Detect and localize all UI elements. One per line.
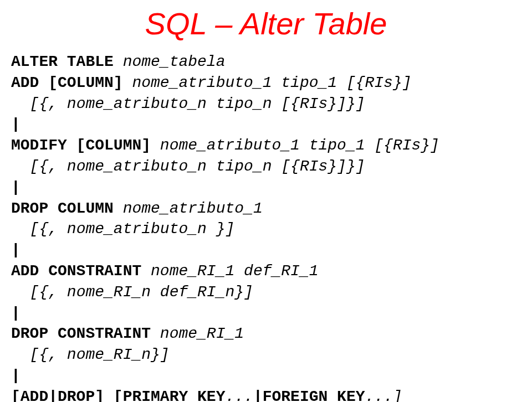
code-line: MODIFY [COLUMN] nome_atributo_1 tipo_1 [… [11, 135, 521, 156]
code-line: | [11, 303, 521, 324]
argument-segment: nome_atributo_1 tipo_1 [{RIs}] [132, 74, 411, 91]
code-line: [{, nome_RI_n def_RI_n}] [11, 282, 521, 303]
argument-segment: nome_atributo_n tipo_n [{RIs}] [67, 95, 346, 112]
argument-segment: nome_RI_1 def_RI_1 [151, 262, 318, 280]
argument-segment: }] [346, 158, 365, 175]
keyword-segment: | [11, 179, 21, 196]
argument-segment: }] [346, 95, 365, 112]
keyword-segment: | [11, 241, 21, 259]
argument-segment: [{, [11, 284, 67, 301]
argument-segment: nome_atributo_1 tipo_1 [{RIs}] [160, 137, 439, 154]
keyword-segment: | [11, 116, 21, 133]
keyword-segment: DROP COLUMN [11, 200, 123, 217]
argument-segment: nome_RI_1 [160, 325, 244, 342]
code-line: DROP CONSTRAINT nome_RI_1 [11, 323, 521, 344]
keyword-segment: DROP CONSTRAINT [11, 325, 160, 342]
code-line: | [11, 114, 521, 135]
code-line: DROP COLUMN nome_atributo_1 [11, 198, 521, 219]
argument-segment: [{, [11, 158, 67, 175]
code-line: ADD [COLUMN] nome_atributo_1 tipo_1 [{RI… [11, 73, 521, 94]
code-line: [{, nome_atributo_n tipo_n [{RIs}]}] [11, 156, 521, 177]
argument-segment: }] [151, 346, 170, 363]
keyword-segment: MODIFY [COLUMN] [11, 137, 160, 154]
code-line: [{, nome_atributo_n tipo_n [{RIs}]}] [11, 94, 521, 115]
argument-segment: ... [225, 388, 253, 402]
argument-segment: [{, [11, 95, 67, 112]
code-line: | [11, 365, 521, 386]
keyword-segment: ALTER TABLE [11, 53, 123, 70]
sql-syntax-block: ALTER TABLE nome_tabelaADD [COLUMN] nome… [11, 51, 521, 402]
code-line: ALTER TABLE nome_tabela [11, 51, 521, 73]
keyword-segment: ADD CONSTRAINT [11, 262, 151, 280]
argument-segment: }] [216, 220, 235, 238]
code-line: [ADD|DROP] [PRIMARY KEY...|FOREIGN KEY..… [11, 386, 521, 402]
code-line: | [11, 177, 521, 198]
keyword-segment: |FOREIGN KEY [253, 388, 365, 402]
code-line: | [11, 240, 521, 261]
slide-title: SQL – Alter Table [11, 6, 521, 42]
argument-segment: nome_tabela [123, 53, 226, 70]
argument-segment: ...] [365, 388, 402, 402]
code-line: [{, nome_RI_n}] [11, 344, 521, 365]
code-line: [{, nome_atributo_n }] [11, 219, 521, 240]
keyword-segment: | [11, 305, 21, 322]
argument-segment: }] [234, 284, 253, 301]
argument-segment: nome_RI_n def_RI_n [67, 284, 234, 301]
argument-segment: nome_atributo_n [67, 220, 216, 238]
keyword-segment: ADD [COLUMN] [11, 74, 132, 91]
argument-segment: [{, [11, 346, 67, 363]
argument-segment: nome_atributo_n tipo_n [{RIs}] [67, 158, 346, 175]
code-line: ADD CONSTRAINT nome_RI_1 def_RI_1 [11, 261, 521, 282]
keyword-segment: | [11, 367, 21, 384]
argument-segment: nome_RI_n [67, 346, 151, 363]
argument-segment: [{, [11, 220, 67, 238]
keyword-segment: [ADD|DROP] [PRIMARY KEY [11, 388, 225, 402]
argument-segment: nome_atributo_1 [123, 200, 263, 217]
